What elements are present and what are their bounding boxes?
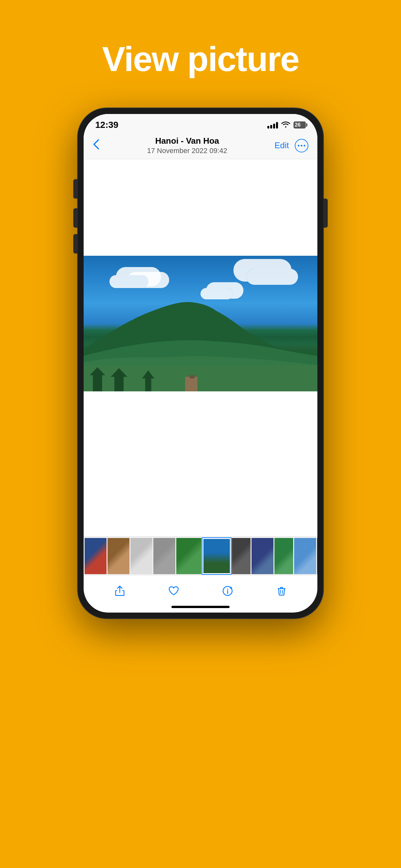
thumbnail-8[interactable] — [251, 538, 274, 574]
thumbnail-10[interactable] — [294, 538, 316, 574]
thumbnail-3[interactable] — [130, 538, 152, 574]
nav-actions: Edit — [274, 139, 308, 152]
edit-button[interactable]: Edit — [274, 141, 289, 151]
thumbnail-1[interactable] — [85, 538, 106, 574]
status-time: 12:39 — [95, 120, 119, 130]
signal-bars-icon — [267, 121, 278, 128]
svg-rect-4 — [185, 377, 197, 392]
bottom-toolbar — [84, 575, 317, 604]
status-icons: 26 — [267, 120, 306, 129]
cloud-2 — [246, 269, 298, 285]
thumbnail-2[interactable] — [107, 538, 129, 574]
thumbnail-4[interactable] — [153, 538, 175, 574]
favorite-button[interactable] — [164, 581, 183, 600]
nav-bar: Hanoi - Van Hoa 17 November 2022 09:42 E… — [84, 133, 317, 159]
svg-point-2 — [304, 145, 305, 146]
nav-title-sub: 17 November 2022 09:42 — [100, 147, 274, 155]
wifi-icon — [281, 120, 290, 129]
signal-bar-3 — [273, 124, 275, 128]
thumbnail-7[interactable] — [232, 538, 251, 574]
share-button[interactable] — [110, 581, 129, 600]
photo-white-top — [84, 159, 317, 256]
nav-title-main: Hanoi - Van Hoa — [100, 136, 274, 146]
thumbnail-active[interactable] — [203, 538, 231, 574]
svg-point-0 — [298, 145, 300, 146]
more-button[interactable] — [295, 139, 308, 152]
thumbnail-11[interactable] — [317, 538, 317, 574]
back-button[interactable] — [93, 138, 100, 152]
nav-title-block: Hanoi - Van Hoa 17 November 2022 09:42 — [100, 136, 274, 155]
battery-icon: 26 — [294, 121, 306, 128]
thumbnail-9[interactable] — [274, 538, 293, 574]
home-indicator — [172, 606, 229, 608]
mountain-svg — [84, 285, 317, 375]
info-button[interactable] — [218, 581, 237, 600]
status-bar: 12:39 26 — [84, 114, 317, 133]
delete-button[interactable] — [272, 581, 291, 600]
main-photo[interactable] — [84, 256, 317, 392]
photo-white-bottom — [84, 392, 317, 536]
page-title: View picture — [102, 39, 299, 79]
foreground-svg — [84, 366, 317, 392]
signal-bar-1 — [267, 126, 269, 128]
svg-point-7 — [227, 589, 228, 590]
photo-view-area — [84, 159, 317, 536]
svg-rect-5 — [190, 375, 195, 378]
thumbnail-5[interactable] — [176, 538, 202, 574]
phone-screen: 12:39 26 — [84, 114, 317, 613]
signal-bar-4 — [276, 122, 278, 128]
phone-shell: 12:39 26 — [78, 108, 323, 618]
signal-bar-2 — [270, 125, 272, 128]
svg-point-1 — [301, 145, 303, 146]
thumbnail-strip[interactable] — [84, 536, 317, 575]
